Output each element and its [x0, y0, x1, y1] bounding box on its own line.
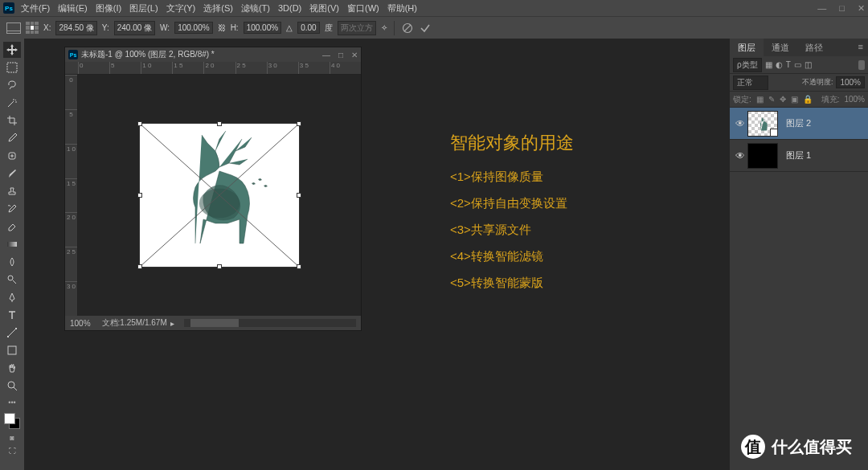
menu-layer[interactable]: 图层(L) [129, 2, 158, 14]
menu-window[interactable]: 窗口(W) [347, 2, 379, 14]
filter-image-icon[interactable]: ▦ [765, 60, 772, 69]
transform-handle[interactable] [137, 121, 142, 126]
lock-brush-icon[interactable]: ✎ [768, 95, 775, 104]
menu-help[interactable]: 帮助(H) [387, 2, 417, 14]
lock-all-icon[interactable]: 🔒 [803, 95, 813, 104]
visibility-icon[interactable]: 👁 [733, 150, 747, 161]
zoom-level[interactable]: 100% [70, 319, 91, 328]
angle-input[interactable]: 0.00 [297, 22, 319, 34]
lasso-tool[interactable] [3, 77, 21, 93]
layer-name[interactable]: 图层 2 [786, 117, 811, 129]
w-input[interactable]: 100.00% [174, 22, 212, 34]
warp-icon[interactable]: ✧ [381, 23, 387, 32]
doc-close-icon[interactable]: ✕ [351, 51, 358, 59]
lock-pixels-icon[interactable]: ▦ [756, 95, 764, 104]
fill-input[interactable]: 100% [844, 95, 865, 104]
toolbar-more-icon[interactable]: ••• [8, 398, 15, 407]
pen-tool[interactable] [3, 289, 21, 305]
transform-handle[interactable] [137, 193, 142, 198]
layer-name[interactable]: 图层 1 [786, 149, 811, 161]
h-input[interactable]: 100.00% [244, 22, 281, 34]
lock-position-icon[interactable]: ✥ [780, 95, 786, 104]
quick-mask-icon[interactable]: ◙ [10, 434, 14, 442]
transform-handle[interactable] [297, 264, 301, 269]
layer-thumbnail[interactable] [747, 143, 778, 169]
zoom-tool[interactable] [3, 378, 21, 394]
transform-handle[interactable] [297, 193, 301, 198]
type-tool[interactable] [3, 307, 21, 323]
tab-channels[interactable]: 通道 [764, 39, 797, 56]
cancel-icon[interactable] [401, 22, 414, 35]
transform-handle[interactable] [137, 264, 142, 269]
menu-view[interactable]: 视图(V) [309, 2, 339, 14]
path-tool[interactable] [3, 325, 21, 341]
magic-wand-tool[interactable] [3, 95, 21, 111]
lock-artboard-icon[interactable]: ▣ [791, 95, 798, 104]
menu-3d[interactable]: 3D(D) [278, 3, 301, 13]
layer-row[interactable]: 👁 图层 2 [730, 108, 868, 140]
chevron-right-icon[interactable]: ▸ [170, 319, 174, 328]
horizontal-scrollbar[interactable] [184, 319, 356, 327]
hand-tool[interactable] [3, 360, 21, 376]
smart-object-icon [770, 129, 778, 137]
document-titlebar[interactable]: Ps 未标题-1 @ 100% (图层 2, RGB/8#) * — □ ✕ [65, 47, 361, 62]
color-swatches[interactable] [4, 413, 20, 429]
dodge-tool[interactable] [3, 272, 21, 288]
stamp-tool[interactable] [3, 183, 21, 199]
eyedropper-tool[interactable] [3, 130, 21, 146]
w-label: W: [160, 23, 170, 32]
layer-thumbnail[interactable] [747, 111, 778, 137]
layer-row[interactable]: 👁 图层 1 [730, 140, 868, 172]
artwork-image[interactable] [139, 123, 300, 268]
screen-mode-icon[interactable]: ⛶ [9, 447, 16, 455]
history-brush-tool[interactable] [3, 201, 21, 217]
x-input[interactable]: 284.50 像 [55, 21, 96, 35]
interpolation-select[interactable]: 两次立方 [338, 21, 376, 35]
visibility-icon[interactable]: 👁 [733, 118, 747, 129]
filter-smart-icon[interactable]: ◫ [805, 60, 812, 69]
filter-toggle[interactable] [858, 60, 865, 70]
doc-minimize-icon[interactable]: — [322, 51, 330, 59]
filter-shape-icon[interactable]: ▭ [794, 60, 801, 69]
menu-edit[interactable]: 编辑(E) [58, 2, 88, 14]
transform-handle[interactable] [217, 121, 222, 126]
opacity-input[interactable]: 100% [836, 76, 865, 88]
brush-tool[interactable] [3, 166, 21, 182]
shape-tool[interactable] [3, 342, 21, 358]
doc-maximize-icon[interactable]: □ [338, 51, 343, 59]
panel-tabs: 图层 通道 路径 ≡ [730, 39, 868, 56]
transform-bounding-box[interactable] [139, 123, 300, 268]
link-icon[interactable]: ⛓ [218, 23, 226, 32]
filter-type-icon[interactable]: T [786, 60, 791, 69]
menu-type[interactable]: 文字(Y) [166, 2, 196, 14]
blend-mode-select[interactable]: 正常 [733, 76, 768, 90]
panel-menu-icon[interactable]: ≡ [854, 39, 868, 56]
menu-image[interactable]: 图像(I) [96, 2, 121, 14]
reference-point-icon[interactable] [26, 22, 39, 35]
layer-filter-select[interactable]: ρ类型 [733, 58, 762, 72]
menu-select[interactable]: 选择(S) [203, 2, 233, 14]
commit-icon[interactable] [419, 22, 432, 35]
tab-paths[interactable]: 路径 [797, 39, 831, 56]
move-tool[interactable] [3, 42, 21, 58]
y-input[interactable]: 240.00 像 [114, 21, 155, 35]
window-minimize-icon[interactable]: — [817, 3, 826, 14]
document-statusbar: 100% 文档:1.25M/1.67M ▸ [65, 316, 361, 330]
crop-tool[interactable] [3, 112, 21, 129]
menu-file[interactable]: 文件(F) [21, 2, 50, 14]
filter-adjust-icon[interactable]: ◐ [776, 60, 783, 69]
blur-tool[interactable] [3, 254, 21, 270]
panels: 图层 通道 路径 ≡ ρ类型 ▦ ◐ T ▭ ◫ 正常 不透明度: 100% 锁… [730, 39, 868, 470]
window-maximize-icon[interactable]: □ [839, 3, 845, 14]
window-close-icon[interactable]: ✕ [858, 3, 865, 14]
transform-handle[interactable] [217, 264, 222, 269]
tab-layers[interactable]: 图层 [730, 39, 764, 56]
app-logo: Ps [3, 2, 14, 14]
transform-handle[interactable] [297, 121, 301, 126]
canvas[interactable] [78, 75, 361, 316]
gradient-tool[interactable] [3, 236, 21, 252]
eraser-tool[interactable] [3, 219, 21, 235]
menu-filter[interactable]: 滤镜(T) [241, 2, 270, 14]
marquee-tool[interactable] [3, 59, 21, 76]
healing-tool[interactable] [3, 148, 21, 164]
